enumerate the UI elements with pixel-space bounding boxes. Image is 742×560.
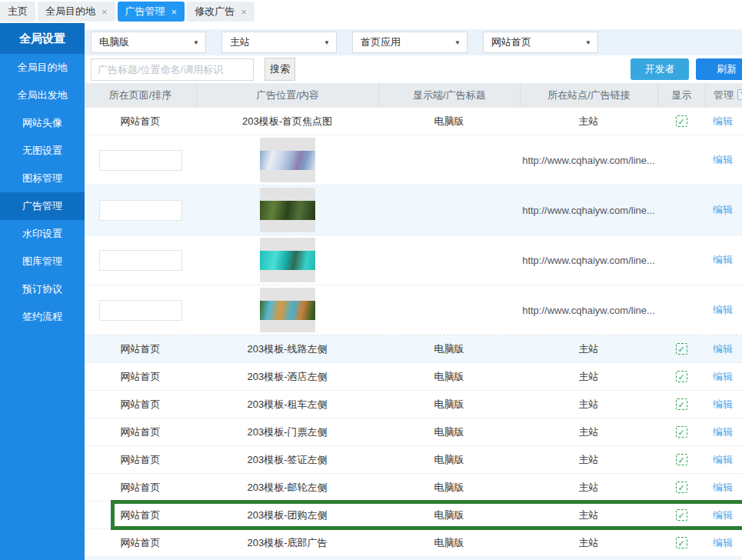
checkbox-checked-icon[interactable]: ✓ bbox=[676, 398, 687, 410]
chevron-down-icon: ▼ bbox=[324, 39, 330, 46]
table-body: 网站首页203模板-首页焦点图电脑版主站✓编辑-http://www.cqhai… bbox=[85, 108, 742, 560]
checkbox-checked-icon[interactable]: ✓ bbox=[676, 371, 687, 382]
cell-show: ✓ bbox=[657, 509, 705, 521]
cell-manage: 编辑- bbox=[705, 398, 742, 412]
checkbox-checked-icon[interactable]: ✓ bbox=[676, 537, 687, 548]
checkbox-checked-icon[interactable]: ✓ bbox=[676, 509, 687, 521]
cell-page: 网站首页 bbox=[85, 342, 196, 356]
tab[interactable]: 主页 bbox=[0, 2, 35, 22]
sidebar-item[interactable]: 预订协议 bbox=[0, 275, 85, 303]
edit-link[interactable]: 编辑 bbox=[713, 537, 733, 548]
cell-sort bbox=[85, 150, 196, 171]
sidebar-item[interactable]: 水印设置 bbox=[0, 220, 85, 248]
main-content: 电脑版▼主站▼首页应用▼网站首页▼ 搜索 开发者 刷新 所在页面/排序广告位置/… bbox=[85, 23, 742, 560]
sidebar-item[interactable]: 签约流程 bbox=[0, 303, 85, 331]
table-row: http://www.cqhaiyw.com/line...编辑- bbox=[85, 285, 742, 335]
column-header-label: 管理 bbox=[714, 89, 734, 101]
cell-site: 主站 bbox=[520, 342, 657, 356]
cell-device: 电脑版 bbox=[378, 342, 520, 356]
edit-link[interactable]: 编辑 bbox=[713, 204, 733, 215]
edit-link[interactable]: 编辑 bbox=[713, 509, 733, 521]
cell-manage: 编辑- bbox=[705, 342, 742, 356]
edit-link[interactable]: 编辑 bbox=[713, 482, 733, 493]
cell-sort bbox=[85, 300, 196, 321]
edit-link[interactable]: 编辑 bbox=[713, 115, 733, 127]
ad-link: http://www.cqhaiyw.com/line... bbox=[522, 305, 655, 316]
sidebar-item[interactable]: 图标管理 bbox=[0, 165, 85, 192]
cell-device: 电脑版 bbox=[378, 453, 520, 467]
close-icon[interactable]: × bbox=[241, 7, 247, 17]
cell-manage: 编辑- bbox=[705, 303, 742, 317]
table-row: 网站首页203模板-租车左侧电脑版主站✓编辑- bbox=[85, 391, 742, 418]
sidebar-item[interactable]: 网站头像 bbox=[0, 109, 85, 137]
sort-input[interactable] bbox=[99, 300, 182, 321]
table-row: 网站首页203模板-首页焦点图电脑版主站✓编辑- bbox=[85, 108, 742, 135]
checkbox-checked-icon[interactable]: ✓ bbox=[676, 343, 687, 355]
edit-link[interactable]: 编辑 bbox=[713, 154, 733, 165]
edit-link[interactable]: 编辑 bbox=[713, 398, 733, 410]
filter-select[interactable]: 主站▼ bbox=[221, 32, 337, 53]
cell-link: http://www.cqhaiyw.com/line... bbox=[520, 155, 657, 166]
cell-position: 203模板-底部广告 bbox=[196, 536, 378, 550]
chevron-down-icon: ▼ bbox=[193, 39, 199, 46]
edit-link[interactable]: 编辑 bbox=[713, 454, 733, 465]
cell-show: ✓ bbox=[657, 426, 705, 438]
edit-link[interactable]: 编辑 bbox=[713, 304, 733, 315]
checkbox-checked-icon[interactable]: ✓ bbox=[676, 454, 687, 465]
column-header-label: 显示端/广告标题 bbox=[413, 89, 486, 101]
sidebar-item[interactable]: 全局出发地 bbox=[0, 82, 85, 109]
sidebar-item[interactable]: 图库管理 bbox=[0, 248, 85, 275]
filter-select[interactable]: 电脑版▼ bbox=[91, 32, 206, 53]
sidebar-item[interactable]: 无图设置 bbox=[0, 137, 85, 165]
edit-link[interactable]: 编辑 bbox=[713, 343, 733, 355]
close-icon[interactable]: × bbox=[101, 7, 108, 17]
sort-input[interactable] bbox=[99, 250, 182, 271]
sidebar-item[interactable]: 全局目的地 bbox=[0, 54, 85, 82]
cell-site: 主站 bbox=[520, 536, 657, 550]
tab[interactable]: 广告管理× bbox=[118, 2, 185, 22]
developer-button[interactable]: 开发者 bbox=[631, 58, 689, 80]
search-input[interactable] bbox=[91, 58, 254, 81]
sort-input[interactable] bbox=[99, 150, 182, 171]
cell-show: ✓ bbox=[657, 371, 705, 382]
search-button[interactable]: 搜索 bbox=[265, 58, 295, 81]
cell-page: 网站首页 bbox=[85, 453, 196, 467]
sidebar: 全局设置 全局目的地全局出发地网站头像无图设置图标管理广告管理水印设置图库管理预… bbox=[0, 23, 85, 560]
tab[interactable]: 全局目的地× bbox=[38, 2, 115, 22]
select-value: 网站首页 bbox=[491, 35, 531, 49]
cell-page: 网站首页 bbox=[85, 481, 196, 495]
table-row: http://www.cqhaiyw.com/line...编辑- bbox=[85, 185, 742, 235]
filter-select[interactable]: 网站首页▼ bbox=[483, 32, 598, 53]
filter-select[interactable]: 首页应用▼ bbox=[352, 32, 467, 53]
sidebar-item[interactable]: 广告管理 bbox=[0, 192, 85, 220]
close-icon[interactable]: × bbox=[171, 7, 178, 17]
tab-label: 修改广告 bbox=[195, 5, 235, 18]
table-row: 网站首页203模板-门票左侧电脑版主站✓编辑- bbox=[85, 418, 742, 446]
sort-input[interactable] bbox=[99, 200, 182, 221]
refresh-button[interactable]: 刷新 bbox=[696, 58, 742, 80]
checkbox-checked-icon[interactable]: ✓ bbox=[676, 482, 687, 493]
edit-link[interactable]: 编辑 bbox=[713, 371, 733, 382]
checkbox-checked-icon[interactable]: ✓ bbox=[676, 115, 687, 127]
column-header-label: 广告位置/内容 bbox=[256, 89, 319, 101]
cell-site: 主站 bbox=[520, 425, 657, 439]
cell-device: 电脑版 bbox=[378, 481, 520, 495]
tab-bar: 主页全局目的地×广告管理×修改广告× bbox=[0, 0, 742, 23]
ad-link: http://www.cqhaiyw.com/line... bbox=[522, 255, 655, 266]
help-icon[interactable]: ? bbox=[737, 89, 742, 100]
cell-manage: 编辑- bbox=[705, 253, 742, 267]
table-row: 网站首页203模板-签证左侧电脑版主站✓编辑- bbox=[85, 446, 742, 474]
edit-link[interactable]: 编辑 bbox=[713, 426, 733, 438]
cell-device: 电脑版 bbox=[378, 370, 520, 384]
teal-island-banner-image bbox=[260, 251, 315, 270]
table-row: 网站首页203模板-邮轮左侧电脑版主站✓编辑- bbox=[85, 474, 742, 502]
checkbox-checked-icon[interactable]: ✓ bbox=[676, 426, 687, 438]
edit-link[interactable]: 编辑 bbox=[713, 254, 733, 265]
tab-label: 主页 bbox=[8, 5, 28, 18]
sidebar-header: 全局设置 bbox=[0, 23, 85, 54]
tab[interactable]: 修改广告× bbox=[187, 2, 255, 22]
cell-manage: 编辑- bbox=[705, 453, 742, 467]
table-row: 网站首页203模板-团购左侧电脑版主站✓编辑- bbox=[85, 502, 742, 529]
cell-device: 电脑版 bbox=[378, 398, 520, 412]
column-header: 显示 bbox=[657, 83, 705, 108]
